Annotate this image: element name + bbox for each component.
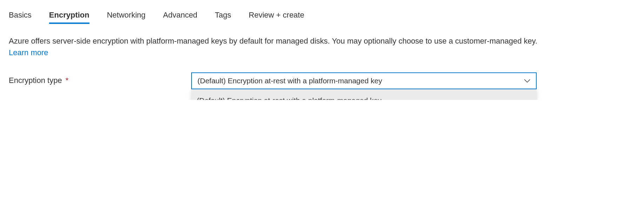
learn-more-link[interactable]: Learn more	[9, 48, 48, 57]
tab-review-create[interactable]: Review + create	[249, 11, 304, 24]
tab-tags[interactable]: Tags	[215, 11, 231, 24]
tab-networking[interactable]: Networking	[107, 11, 146, 24]
description-body: Azure offers server-side encryption with…	[9, 37, 537, 45]
select-value: (Default) Encryption at-rest with a plat…	[197, 77, 382, 85]
chevron-down-icon	[524, 79, 530, 83]
encryption-type-select[interactable]: (Default) Encryption at-rest with a plat…	[191, 72, 537, 89]
tab-encryption[interactable]: Encryption	[49, 11, 89, 24]
label-text: Encryption type	[9, 76, 62, 85]
encryption-type-dropdown: (Default) Encryption at-rest with a plat…	[191, 89, 537, 100]
dropdown-option[interactable]: (Default) Encryption at-rest with a plat…	[191, 89, 537, 100]
form-row-encryption-type: Encryption type * (Default) Encryption a…	[9, 72, 635, 89]
required-indicator: *	[66, 76, 69, 85]
encryption-type-label: Encryption type *	[9, 72, 191, 85]
tab-basics[interactable]: Basics	[9, 11, 32, 24]
tab-bar: Basics Encryption Networking Advanced Ta…	[9, 11, 635, 24]
tab-advanced[interactable]: Advanced	[163, 11, 197, 24]
encryption-type-select-wrap: (Default) Encryption at-rest with a plat…	[191, 72, 537, 89]
description-text: Azure offers server-side encryption with…	[9, 35, 542, 58]
